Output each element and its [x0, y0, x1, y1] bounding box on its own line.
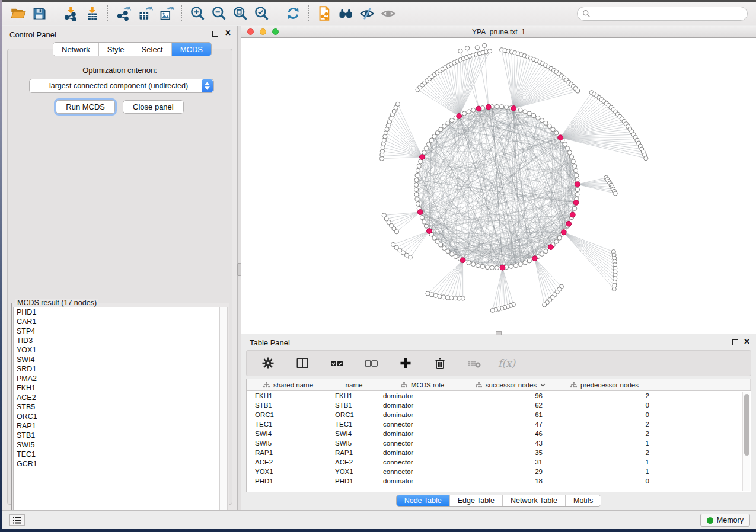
network-node[interactable]: [495, 104, 499, 108]
mcds-result-item[interactable]: CAR1: [14, 317, 219, 326]
divider-handle[interactable]: [237, 263, 241, 276]
network-node[interactable]: [420, 216, 424, 220]
table-divider-handle[interactable]: [496, 331, 502, 335]
network-node[interactable]: [414, 178, 419, 182]
mcds-result-item[interactable]: STB1: [14, 431, 219, 440]
mcds-result-item[interactable]: TID3: [14, 336, 219, 345]
network-node[interactable]: [415, 173, 419, 177]
network-node[interactable]: [509, 264, 513, 268]
mcds-result-item[interactable]: YOX1: [14, 345, 219, 355]
network-node[interactable]: [467, 261, 471, 265]
network-node[interactable]: [439, 243, 443, 247]
mcds-hub-node[interactable]: [460, 258, 465, 263]
search-box[interactable]: [577, 7, 748, 21]
mcds-result-item[interactable]: STB5: [14, 402, 219, 412]
close-table-panel-icon[interactable]: ✕: [744, 338, 750, 346]
mcds-result-item[interactable]: ORC1: [14, 412, 219, 421]
network-node[interactable]: [612, 287, 616, 291]
mcds-hub-node[interactable]: [573, 200, 579, 206]
network-node[interactable]: [504, 105, 508, 109]
network-node[interactable]: [454, 255, 458, 259]
network-node[interactable]: [462, 111, 467, 116]
mcds-hub-node[interactable]: [500, 265, 505, 270]
network-node[interactable]: [482, 43, 486, 47]
network-node[interactable]: [532, 113, 536, 117]
network-node[interactable]: [554, 239, 559, 243]
table-scrollbar-thumb[interactable]: [744, 394, 749, 456]
network-node[interactable]: [382, 213, 386, 217]
network-node[interactable]: [575, 187, 579, 191]
export-network-button[interactable]: [113, 4, 134, 24]
zoom-selected-button[interactable]: [251, 4, 272, 24]
table-row[interactable]: SWI5SWI5connector431: [247, 438, 751, 448]
table-row[interactable]: YOX1YOX1connector291: [247, 467, 751, 476]
float-window-icon[interactable]: [212, 31, 218, 37]
deselect-all-button[interactable]: [361, 353, 382, 373]
network-node[interactable]: [540, 118, 544, 123]
network-node[interactable]: [490, 265, 494, 270]
table-row[interactable]: ORC1ORC1dominator610: [247, 410, 751, 419]
table-row[interactable]: PHD1PHD1dominator180: [247, 476, 751, 486]
network-node[interactable]: [573, 206, 577, 210]
network-node[interactable]: [576, 89, 580, 93]
network-node[interactable]: [475, 46, 479, 50]
add-column-button[interactable]: [395, 353, 416, 373]
network-node[interactable]: [487, 49, 492, 53]
mcds-result-item[interactable]: PHD1: [14, 307, 219, 317]
network-node[interactable]: [433, 293, 438, 297]
network-node[interactable]: [458, 49, 462, 53]
network-node[interactable]: [449, 118, 454, 123]
network-node[interactable]: [476, 264, 480, 268]
network-node[interactable]: [414, 192, 419, 196]
mcds-hub-node[interactable]: [420, 155, 425, 160]
network-node[interactable]: [432, 236, 436, 240]
network-node[interactable]: [439, 127, 443, 132]
network-node[interactable]: [471, 108, 476, 112]
export-image-button[interactable]: [155, 4, 177, 24]
network-node[interactable]: [435, 239, 439, 243]
network-node[interactable]: [438, 294, 442, 299]
mcds-hub-node[interactable]: [511, 106, 516, 111]
network-node[interactable]: [422, 150, 426, 155]
search-input[interactable]: [591, 9, 742, 18]
export-table-button[interactable]: [134, 4, 155, 24]
tab-node-table[interactable]: Node Table: [397, 495, 450, 506]
table-row[interactable]: TEC1TEC1connector472: [247, 419, 751, 429]
mcds-hub-node[interactable]: [486, 104, 491, 110]
network-node[interactable]: [465, 46, 470, 50]
network-node[interactable]: [480, 264, 484, 268]
mcds-result-item[interactable]: SWI4: [14, 355, 219, 364]
network-node[interactable]: [499, 105, 503, 109]
delete-column-button[interactable]: [429, 353, 451, 373]
tab-network[interactable]: Network: [53, 43, 99, 56]
network-node[interactable]: [527, 259, 531, 263]
mcds-hub-node[interactable]: [457, 114, 462, 119]
network-node[interactable]: [566, 146, 570, 150]
hide-selected-button[interactable]: [356, 4, 378, 24]
network-node[interactable]: [426, 142, 430, 146]
column-header[interactable]: name: [330, 379, 378, 390]
network-node[interactable]: [573, 168, 578, 172]
close-window-icon[interactable]: ✕: [225, 29, 231, 37]
network-node[interactable]: [446, 249, 450, 254]
network-node[interactable]: [449, 252, 454, 256]
network-node[interactable]: [415, 197, 419, 201]
network-node[interactable]: [536, 116, 540, 120]
table-row[interactable]: SWI4SWI4dominator462: [247, 429, 751, 438]
table-scrollbar[interactable]: [742, 392, 750, 491]
open-file-button[interactable]: [7, 4, 28, 24]
network-node[interactable]: [554, 131, 559, 135]
import-network-button[interactable]: [60, 4, 81, 24]
network-node[interactable]: [569, 155, 573, 159]
panel-split-divider[interactable]: [237, 26, 241, 510]
mcds-result-item[interactable]: RAP1: [14, 421, 219, 431]
network-node[interactable]: [547, 124, 551, 128]
network-node[interactable]: [544, 249, 548, 254]
network-node[interactable]: [414, 182, 418, 187]
show-all-button[interactable]: [378, 4, 399, 24]
table-settings-button[interactable]: [257, 353, 279, 373]
network-node[interactable]: [414, 187, 418, 191]
network-node[interactable]: [416, 201, 420, 206]
network-node[interactable]: [513, 264, 518, 268]
table-row[interactable]: RAP1RAP1dominator352: [247, 448, 751, 457]
